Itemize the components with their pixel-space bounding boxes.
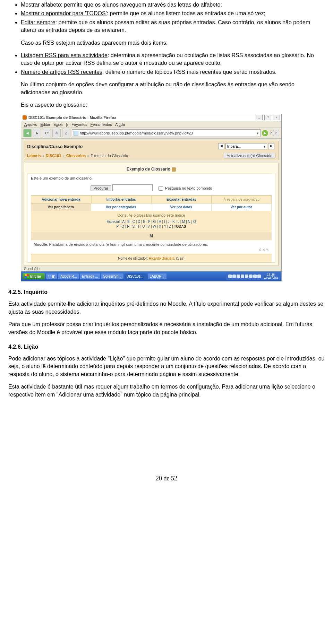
tray-icon (237, 275, 240, 278)
prev-activity-button[interactable]: ◄ (218, 143, 224, 149)
quicklaunch[interactable]: ⬚ ◧ (46, 273, 57, 279)
list-item: Mostrar alfabeto: permite que os alunos … (21, 1, 325, 9)
inquerito-p2: Para que um professor possa criar inquér… (8, 321, 325, 336)
menu-editar[interactable]: Editar (39, 122, 51, 127)
alphabet-index[interactable]: Especial | A | B | C | D | E | F | G | H… (31, 219, 272, 232)
start-button[interactable]: Iniciar (23, 273, 45, 279)
minimize-button[interactable]: _ (256, 115, 263, 120)
tray-icon (232, 275, 236, 278)
tab-export[interactable]: Exportar entradas (151, 195, 212, 203)
windows-logo-icon (25, 274, 29, 278)
action-tabs: Adicionar nova entrada Importar entradas… (31, 195, 272, 203)
next-activity-button[interactable]: ► (268, 143, 274, 149)
crumb-current: Exemplo de Glossário (91, 154, 128, 158)
crumb-disc101[interactable]: DISC101 (46, 154, 61, 158)
tray-icon (228, 275, 232, 278)
term: Listagem RSS para esta actividade (21, 52, 108, 58)
aspecto-paragraph: Eis o aspecto do glossário: (21, 101, 325, 109)
menu-bar: Arquivo Editar Exibir Ir Favoritos Ferra… (21, 121, 281, 128)
task-adobe[interactable]: Adobe R... (58, 273, 79, 279)
menu-arquivo[interactable]: Arquivo (23, 122, 38, 127)
status-bar: Concluído (21, 266, 281, 271)
glossary-box: Exemplo de Glossario Este é um exemplo d… (24, 163, 279, 266)
tab-import[interactable]: Importar entradas (91, 195, 152, 203)
gear-icon[interactable] (172, 167, 176, 172)
system-tray[interactable]: 18:28 terça-feira (226, 272, 280, 280)
crumb-laboris[interactable]: Laboris (27, 154, 41, 158)
list-item: Mostrar o apontador para 'TODOS': permit… (21, 10, 325, 17)
dropdown-icon[interactable]: ▾ (257, 131, 259, 136)
go-button[interactable]: ▶ (262, 130, 268, 136)
task-labor[interactable]: LABOR... (148, 273, 166, 279)
search-button[interactable]: Procurar (91, 185, 111, 191)
menu-favoritos[interactable]: Favoritos (70, 122, 88, 127)
desc: : define o número de tópicos RSS mais re… (102, 69, 276, 75)
term: Mostrar alfabeto (21, 2, 61, 8)
task-screensh[interactable]: ScreenSh... (101, 273, 123, 279)
term: Mostrar o apontador para 'TODOS' (21, 10, 107, 16)
index-label: Consulte o glossário usando este índice (31, 211, 272, 219)
glossary-entry: Moodle: Plataforma de ensino à distância… (31, 240, 272, 247)
stop-button[interactable]: ✕ (52, 129, 61, 137)
window-controls: _ □ × (255, 115, 280, 120)
list-item: Numero de artigos RSS recentes: define o… (21, 68, 325, 76)
taskbar-clock: 18:28 terça-feira (264, 273, 278, 279)
menu-ir[interactable]: Ir (65, 122, 70, 127)
menu-exibir[interactable]: Exibir (52, 122, 64, 127)
page-content: Disciplina/Curso Exemplo ◄ Ir para...▾ ►… (21, 139, 281, 266)
heading-licao: 4.2.6. Lição (8, 344, 325, 350)
classificacoes-paragraph: No último conjunto de opções deve config… (21, 81, 325, 96)
update-glossary-button[interactable]: Actualize este(a) Glossário (224, 153, 275, 158)
forward-button[interactable]: ► (33, 129, 41, 137)
tray-icon (253, 275, 257, 278)
index-todas[interactable]: TODAS (174, 225, 186, 228)
term: Editar sempre (21, 19, 56, 25)
home-button[interactable]: ⌂ (62, 129, 70, 137)
tray-icon (257, 275, 261, 278)
reload-button[interactable]: ⟳ (43, 129, 51, 137)
maximize-button[interactable]: □ (264, 115, 271, 120)
address-bar[interactable]: http://www.laboris.isep.ipp.pt/moodle/mo… (72, 129, 261, 137)
window-title: DISC101: Exemplo de Glossário - Mozilla … (28, 115, 116, 120)
feature-list-2: Listagem RSS para esta actividade: deter… (8, 52, 325, 76)
tab-by-author[interactable]: Ver por autor (212, 203, 272, 211)
search-input[interactable] (112, 184, 153, 191)
entry-actions[interactable]: ⎙ ✕ ✎ (31, 247, 272, 254)
tab-by-date[interactable]: Ver por datas (151, 203, 212, 211)
page-number: 20 de 52 (8, 475, 325, 482)
go-label: Ir (270, 131, 272, 135)
letter-heading: M (31, 232, 272, 240)
window-titlebar: DISC101: Exemplo de Glossário - Mozilla … (21, 114, 281, 121)
desc: : permite que os alunos listem todas as … (107, 10, 265, 16)
tray-icon (245, 275, 248, 278)
user-link[interactable]: Ricardo Braciais (149, 256, 174, 260)
tab-by-alphabet[interactable]: Ver por alfabeto (31, 203, 91, 211)
glossary-title: Exemplo de Glossario (24, 163, 278, 174)
desc: : permite que os alunos naveguem através… (61, 2, 222, 8)
breadcrumb: Laboris» DISC101» Glossários» Exemplo de… (24, 151, 279, 160)
desc: : permite que os alunos possam editar as… (21, 19, 310, 33)
fulltext-checkbox[interactable] (159, 186, 163, 191)
course-header: Disciplina/Curso Exemplo ◄ Ir para...▾ ► (24, 141, 279, 151)
menu-ajuda[interactable]: Ajuda (114, 122, 126, 127)
tab-add-entry[interactable]: Adicionar nova entrada (31, 195, 91, 203)
windows-taskbar: Iniciar ⬚ ◧ Adobe R... Entrada ... Scree… (21, 271, 281, 281)
heading-inquerito: 4.2.5. Inquérito (8, 289, 325, 295)
tab-by-category[interactable]: Ver por categorias (91, 203, 152, 211)
tab-pending[interactable]: À espera de aprovação (212, 195, 272, 203)
nav-toolbar: ◄ ► ⟳ ✕ ⌂ http://www.laboris.isep.ipp.pt… (21, 128, 281, 139)
back-button[interactable]: ◄ (23, 129, 32, 137)
user-footer: Nome de utilizador: Ricardo Braciais. (S… (31, 254, 272, 262)
glossary-screenshot: DISC101: Exemplo de Glossário - Mozilla … (21, 114, 282, 281)
course-title: Disciplina/Curso Exemplo (27, 144, 83, 149)
menu-ferramentas[interactable]: Ferramentas (89, 122, 113, 127)
throbber-icon: ○ (273, 130, 279, 136)
licao-p1: Pode adicionar aos tópicos a actividade … (8, 355, 325, 378)
list-item: Listagem RSS para esta actividade: deter… (21, 52, 325, 67)
crumb-glossarios[interactable]: Glossários (66, 154, 86, 158)
close-button[interactable]: × (273, 115, 280, 120)
task-entrada[interactable]: Entrada ... (80, 273, 100, 279)
task-disc101[interactable]: DISC101:... (125, 273, 147, 279)
jump-select[interactable]: Ir para...▾ (225, 143, 267, 149)
glossary-description: Este é um exemplo de um glossário. (31, 176, 272, 180)
